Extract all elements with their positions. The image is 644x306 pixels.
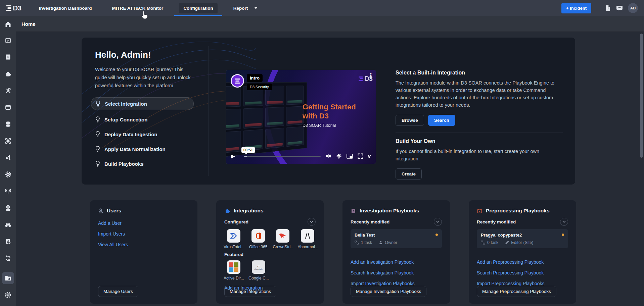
sidebar-item-playbooks[interactable]	[0, 49, 16, 65]
nav-label: Report	[229, 3, 252, 13]
sidebar-item-file-management[interactable]	[0, 270, 16, 287]
manage-preprocessing-playbooks-button[interactable]: Manage Preprocessing Playbooks	[477, 286, 556, 297]
sidebar-item-investigation-search[interactable]	[0, 216, 16, 233]
welcome-panel: Hello, Admin! Welcome to your D3 SOAR jo…	[82, 38, 575, 185]
status-dot	[435, 234, 438, 236]
sidebar-item-workspace[interactable]	[0, 99, 16, 116]
search-button[interactable]: Search	[428, 115, 455, 126]
add-incident-button[interactable]: + Incident	[561, 3, 591, 13]
vimeo-logo-icon[interactable]: v	[368, 153, 371, 159]
page-header: Home	[16, 16, 644, 32]
builtin-integration-section: Select a Built-in Integration The Integr…	[396, 70, 563, 180]
sidebar-item-data-management[interactable]	[0, 116, 16, 133]
nav-item-report[interactable]: Report	[224, 0, 262, 16]
role-label: Editor (Site)	[511, 240, 533, 245]
video-menu-icon[interactable]: •••	[370, 73, 372, 79]
chat-icon[interactable]	[614, 2, 625, 14]
d3-logo[interactable]: D3	[6, 4, 21, 12]
collapse-chevron-icon[interactable]	[434, 218, 442, 226]
home-icon	[2, 18, 14, 30]
sidebar-item-data-ingestion[interactable]	[0, 183, 16, 200]
step-label: Setup Connection	[104, 117, 147, 122]
book-play-icon	[2, 51, 14, 63]
picture-in-picture-icon[interactable]	[347, 154, 353, 159]
sidebar-item-report-editor[interactable]	[0, 233, 16, 250]
integration-google-chronicle[interactable]: ⌐ chronicle Google C...	[249, 260, 268, 280]
nav-divider	[597, 4, 597, 12]
svg-text:API: API	[7, 174, 9, 175]
view-all-users-link[interactable]: View All Users	[98, 239, 189, 250]
search-preprocessing-playbook-link[interactable]: Search Preprocessing Playbook	[477, 267, 568, 278]
onboarding-steps: Select Integration Setup Connection Depl…	[91, 97, 194, 171]
nav-item-investigation-dashboard[interactable]: Investigation Dashboard	[30, 0, 101, 16]
add-preprocessing-playbook-link[interactable]: Add an Preprocessing Playbook	[477, 257, 568, 267]
sidebar-item-api-settings[interactable]: API	[0, 166, 16, 183]
globe-icon	[2, 202, 14, 214]
tutorial-video-player[interactable]: D3 Intro D3 Security ••• Getting Started…	[226, 70, 376, 164]
fullscreen-icon[interactable]	[358, 153, 363, 159]
manage-investigation-playbooks-button[interactable]: Manage Investigation Playbooks	[351, 286, 426, 297]
sidebar-item-data-sync[interactable]	[0, 250, 16, 267]
configured-label: Configured	[224, 219, 248, 224]
card-title: Integrations	[234, 208, 264, 214]
volume-icon[interactable]	[325, 153, 331, 159]
integration-office365[interactable]: Office 365	[249, 229, 267, 249]
navbar-right: + Incident AD	[561, 2, 644, 14]
collapse-chevron-icon[interactable]	[560, 218, 568, 226]
integration-virustotal[interactable]: VirusTotal...	[224, 229, 243, 249]
settings-gear-icon[interactable]	[336, 153, 342, 159]
status-dot	[562, 234, 564, 236]
video-headline-line1: Getting Started	[303, 102, 356, 111]
sidebar-item-command-center[interactable]	[0, 133, 16, 149]
video-progress-bar[interactable]	[244, 156, 321, 157]
step-apply-data-normalization[interactable]: Apply Data Normalization	[91, 142, 194, 156]
create-button[interactable]: Create	[396, 168, 422, 180]
browse-button[interactable]: Browse	[396, 115, 424, 126]
nav-label: MITRE ATT&CK Monitor	[107, 3, 168, 13]
collapse-chevron-icon[interactable]	[308, 218, 316, 226]
integration-crowdstrike[interactable]: CrowdStri...	[273, 229, 292, 249]
release-notes-icon[interactable]	[602, 2, 614, 14]
video-controls: ▶ v	[226, 148, 376, 164]
step-setup-connection[interactable]: Setup Connection	[91, 112, 194, 127]
d3-soar-app: D3 Investigation Dashboard MITRE ATT&CK …	[0, 0, 644, 306]
video-channel-avatar[interactable]	[231, 74, 244, 88]
sidebar-item-settings[interactable]	[0, 287, 16, 303]
video-headline: Getting Started with D3	[303, 102, 356, 120]
sidebar-item-event-playbooks[interactable]	[0, 32, 16, 49]
playbook-item[interactable]: Pragya_copypaste2 0 task Editor (Site)	[477, 229, 568, 248]
import-users-link[interactable]: Import Users	[98, 228, 189, 239]
database-icon	[2, 118, 14, 130]
step-select-integration[interactable]: Select Integration	[91, 97, 194, 110]
users-links: Add a User Import Users View All Users	[98, 218, 189, 250]
search-investigation-playbook-link[interactable]: Search Investigation Playbook	[351, 267, 442, 278]
vertical-scrollbar[interactable]	[640, 34, 643, 158]
play-button[interactable]: ▶	[231, 153, 239, 160]
configured-integrations: VirusTotal... Office 365 CrowdStri... Ab…	[224, 229, 316, 249]
sidebar-item-utility-commands[interactable]	[0, 82, 16, 99]
featured-label: Featured	[224, 252, 243, 257]
add-user-link[interactable]: Add a User	[98, 218, 189, 228]
add-investigation-playbook-link[interactable]: Add an Investigation Playbook	[351, 257, 442, 267]
sidebar-item-home[interactable]	[0, 16, 16, 32]
integration-abnormal[interactable]: Abnormal ...	[298, 229, 317, 249]
playbook-item[interactable]: Bella Test 1 task Owner	[351, 229, 442, 248]
manage-integrations-button[interactable]: Manage Integrations	[224, 286, 276, 297]
task-count: 1 task	[361, 240, 372, 245]
nav-item-configuration[interactable]: Configuration	[174, 0, 222, 16]
builtin-integration-description: The Integration module within D3 SOAR co…	[396, 79, 563, 109]
integrations-card: Integrations Configured VirusTotal... Of…	[216, 200, 324, 304]
d3-logo-icon	[6, 5, 11, 11]
avatar[interactable]: AD	[628, 3, 638, 13]
video-author-badge[interactable]: D3 Security	[247, 84, 272, 90]
sidebar-item-data-flow[interactable]	[0, 149, 16, 166]
video-title-badge[interactable]: Intro	[247, 74, 263, 82]
integration-active-directory[interactable]: Active Dir...	[224, 260, 243, 280]
nav-item-mitre-attack-monitor[interactable]: MITRE ATT&CK Monitor	[103, 0, 172, 16]
manage-users-button[interactable]: Manage Users	[98, 286, 138, 297]
step-deploy-data-ingestion[interactable]: Deploy Data Ingestion	[91, 127, 194, 142]
sidebar-item-geo-settings[interactable]	[0, 200, 16, 216]
step-build-playbooks[interactable]: Build Playbooks	[91, 156, 194, 171]
sidebar-item-integrations[interactable]	[0, 65, 16, 82]
video-subtitle: D3 SOAR Tutorial	[303, 123, 336, 128]
